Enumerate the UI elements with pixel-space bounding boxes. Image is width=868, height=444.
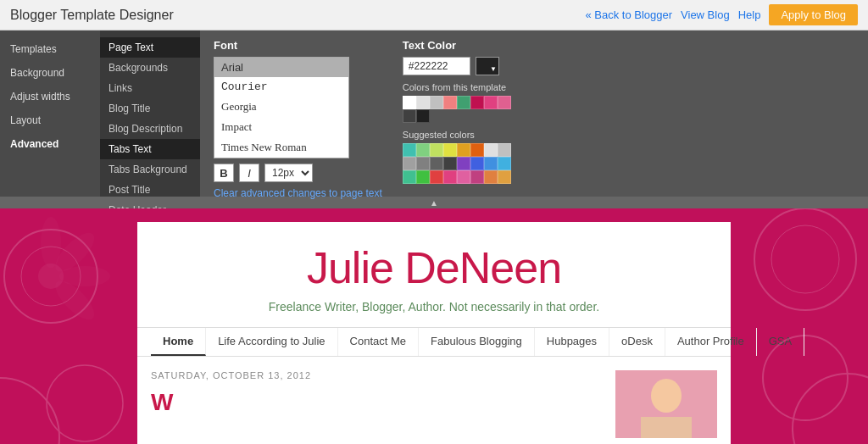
suggested-color-13[interactable]: [457, 157, 470, 170]
sub-item-post-title[interactable]: Post Title: [100, 180, 200, 200]
suggested-color-8[interactable]: [498, 143, 511, 157]
template-color-6[interactable]: [470, 96, 484, 109]
font-size-select[interactable]: 12px 10px 14px 16px: [264, 164, 313, 182]
template-color-5[interactable]: [457, 96, 470, 109]
blog-post-area: Saturday, October 13, 2012 W: [137, 357, 731, 444]
template-color-10[interactable]: [416, 109, 430, 123]
sub-item-blog-description[interactable]: Blog Description: [100, 119, 200, 139]
font-item-times[interactable]: Times New Roman: [214, 137, 348, 158]
back-to-blogger-link[interactable]: « Back to Blogger: [585, 8, 672, 21]
help-link[interactable]: Help: [738, 8, 761, 21]
suggested-color-18[interactable]: [416, 170, 430, 184]
suggested-color-10[interactable]: [416, 157, 430, 170]
left-sidebar: Templates Background Adjust widths Layou…: [0, 31, 100, 197]
format-toolbar: B I 12px 10px 14px 16px: [214, 164, 382, 182]
suggested-color-7[interactable]: [484, 143, 498, 157]
suggested-color-24[interactable]: [498, 170, 511, 184]
nav-tab-gsa[interactable]: GSA: [757, 328, 804, 356]
svg-point-1: [21, 247, 81, 306]
template-color-7[interactable]: [484, 96, 498, 109]
designer-panel: Templates Background Adjust widths Layou…: [0, 31, 868, 197]
nav-tab-contact[interactable]: Contact Me: [338, 328, 419, 356]
font-item-impact[interactable]: Impact: [214, 117, 348, 137]
blog-tagline: Freelance Writer, Blogger, Author. Not n…: [154, 300, 714, 314]
svg-point-7: [0, 378, 59, 444]
sub-item-links[interactable]: Links: [100, 78, 200, 98]
svg-point-8: [793, 374, 868, 444]
template-color-4[interactable]: [443, 96, 457, 109]
svg-point-12: [50, 275, 100, 325]
suggested-color-21[interactable]: [457, 170, 470, 184]
svg-point-9: [41, 217, 61, 268]
sidebar-item-background[interactable]: Background: [0, 61, 100, 85]
nav-tab-home[interactable]: Home: [151, 328, 206, 356]
suggested-color-9[interactable]: [403, 157, 416, 170]
suggested-color-19[interactable]: [430, 170, 443, 184]
nav-tab-fabulous[interactable]: Fabulous Blogging: [419, 328, 535, 356]
suggested-color-4[interactable]: [443, 143, 457, 157]
post-title-preview: W: [151, 389, 598, 416]
apply-to-blog-button[interactable]: Apply to Blog: [769, 4, 858, 25]
suggested-color-17[interactable]: [403, 170, 416, 184]
bold-button[interactable]: B: [214, 164, 234, 182]
suggested-color-15[interactable]: [484, 157, 498, 170]
color-hex-input[interactable]: [403, 57, 470, 75]
sub-sidebar-header[interactable]: Page Text: [100, 37, 200, 58]
blog-preview: Julie DeNeen Freelance Writer, Blogger, …: [0, 208, 868, 444]
template-color-8[interactable]: [498, 96, 511, 109]
app-title: Blogger Template Designer: [10, 8, 174, 23]
suggested-color-23[interactable]: [484, 170, 498, 184]
suggested-color-1[interactable]: [403, 143, 416, 157]
suggested-color-22[interactable]: [470, 170, 484, 184]
suggested-color-14[interactable]: [470, 157, 484, 170]
template-color-9[interactable]: [403, 109, 416, 123]
suggested-color-12[interactable]: [443, 157, 457, 170]
sub-sidebar: Page Text Backgrounds Links Blog Title B…: [100, 31, 200, 197]
suggested-color-6[interactable]: [470, 143, 484, 157]
font-item-courier[interactable]: Courier: [214, 77, 348, 97]
sidebar-item-layout[interactable]: Layout: [0, 108, 100, 132]
text-color-label: Text Color: [403, 39, 513, 52]
text-color-section: Text Color Colors from this template: [403, 39, 513, 199]
nav-tab-hubpages[interactable]: Hubpages: [535, 328, 609, 356]
font-item-georgia[interactable]: Georgia: [214, 97, 348, 117]
sidebar-item-adjust-widths[interactable]: Adjust widths: [0, 85, 100, 108]
template-colors-label: Colors from this template: [403, 82, 513, 92]
header-links: « Back to Blogger View Blog Help Apply t…: [585, 4, 858, 25]
svg-point-0: [4, 230, 97, 323]
svg-point-4: [771, 225, 839, 293]
nav-tab-life[interactable]: Life According to Julie: [206, 328, 337, 356]
blog-post-content: Saturday, October 13, 2012 W: [151, 370, 598, 438]
blog-nav: Home Life According to Julie Contact Me …: [137, 327, 731, 357]
suggested-color-16[interactable]: [498, 157, 511, 170]
suggested-color-11[interactable]: [430, 157, 443, 170]
italic-button[interactable]: I: [239, 164, 259, 182]
svg-point-2: [38, 264, 64, 289]
main-panel: Font Arial Courier Georgia Impact Times …: [200, 31, 868, 197]
sub-item-tabs-text[interactable]: Tabs Text: [100, 139, 200, 159]
template-color-3[interactable]: [430, 96, 443, 109]
suggested-color-3[interactable]: [430, 143, 443, 157]
sidebar-item-advanced[interactable]: Advanced: [0, 132, 100, 156]
view-blog-link[interactable]: View Blog: [681, 8, 730, 21]
svg-point-11: [59, 266, 110, 286]
nav-tab-odesk[interactable]: oDesk: [609, 328, 665, 356]
suggested-color-20[interactable]: [443, 170, 457, 184]
sub-item-tabs-background[interactable]: Tabs Background: [100, 159, 200, 180]
font-list[interactable]: Arial Courier Georgia Impact Times New R…: [214, 57, 349, 158]
clear-advanced-link[interactable]: Clear advanced changes to page text: [214, 187, 382, 199]
color-swatch-button[interactable]: [476, 57, 499, 75]
svg-point-14: [651, 379, 682, 413]
sub-item-backgrounds[interactable]: Backgrounds: [100, 58, 200, 78]
font-item-arial[interactable]: Arial: [214, 58, 348, 77]
template-color-2[interactable]: [416, 96, 430, 109]
sidebar-item-templates[interactable]: Templates: [0, 37, 100, 61]
nav-tab-author[interactable]: Author Profile: [665, 328, 757, 356]
sub-item-blog-title[interactable]: Blog Title: [100, 98, 200, 119]
suggested-color-2[interactable]: [416, 143, 430, 157]
template-colors-grid: [403, 96, 513, 123]
suggested-colors-grid: [403, 143, 513, 184]
suggested-color-5[interactable]: [457, 143, 470, 157]
template-color-1[interactable]: [403, 96, 416, 109]
blog-sidebar-image: [615, 370, 717, 438]
